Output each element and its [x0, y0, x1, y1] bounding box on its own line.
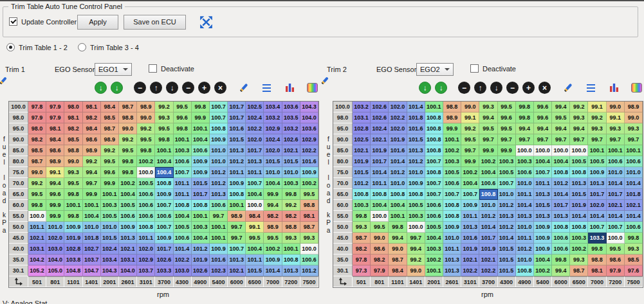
table-cell[interactable]: 101.3	[443, 265, 461, 276]
checkbox-mark[interactable]	[149, 64, 157, 73]
table-cell[interactable]: 102.0	[246, 134, 264, 145]
table-cell[interactable]: 99.6	[498, 112, 516, 123]
table-cell[interactable]: 101.1	[174, 189, 192, 200]
table-cell[interactable]: 99.1	[246, 222, 264, 233]
table-cell[interactable]: 102.0	[389, 102, 407, 112]
table-cell[interactable]: 99.3	[282, 233, 300, 244]
table-cell[interactable]: 100.0	[137, 167, 155, 178]
table-cell[interactable]: 104.3	[101, 265, 119, 276]
table-cell[interactable]: 98.7	[300, 222, 318, 233]
menu-list-icon[interactable]	[585, 82, 597, 94]
table-cell[interactable]: 100.8	[570, 222, 588, 233]
export-table-icon[interactable]: ↓	[111, 82, 123, 94]
col-header[interactable]: 1101	[64, 276, 82, 287]
table-cell[interactable]: 101.4	[625, 211, 643, 222]
table-cell[interactable]: 99.0	[389, 244, 407, 255]
table-cell[interactable]: 100.9	[192, 156, 210, 167]
table-cell[interactable]: 100.0	[570, 145, 588, 156]
table-cell[interactable]: 101.0	[210, 145, 228, 156]
col-header[interactable]: 801	[371, 276, 389, 287]
row-header[interactable]: 95.0	[9, 123, 28, 134]
table-cell[interactable]: 100.8	[137, 222, 155, 233]
table-cell[interactable]: 98.9	[625, 102, 643, 112]
col-header[interactable]: 501	[353, 276, 371, 287]
table-cell[interactable]: 98.5	[101, 112, 119, 123]
table-cell[interactable]: 101.0	[479, 200, 497, 211]
table-cell[interactable]: 99.9	[264, 189, 282, 200]
table-cell[interactable]: 100.7	[228, 244, 246, 255]
table-cell[interactable]: 100.6	[516, 167, 534, 178]
table-cell[interactable]: 101.9	[192, 255, 210, 265]
table-cell[interactable]: 100.9	[461, 200, 479, 211]
table-cell[interactable]: 101.4	[607, 211, 625, 222]
row-header[interactable]: 70.0	[333, 178, 353, 189]
col-header[interactable]: 7200	[282, 276, 300, 287]
table-cell[interactable]: 101.7	[552, 200, 570, 211]
table-cell[interactable]: 99.5	[300, 189, 318, 200]
table-cell[interactable]: 102.1	[607, 200, 625, 211]
table-cell[interactable]: 98.8	[443, 102, 461, 112]
col-header[interactable]: 7200	[607, 276, 625, 287]
table-cell[interactable]: 102.9	[300, 134, 318, 145]
table-cell[interactable]: 100.1	[625, 145, 643, 156]
table-cell[interactable]: 100.8	[425, 134, 443, 145]
col-header[interactable]: 3700	[479, 276, 497, 287]
table-cell[interactable]: 98.2	[282, 211, 300, 222]
table-cell[interactable]: 102.1	[625, 200, 643, 211]
bar-chart-icon[interactable]	[284, 82, 296, 94]
table-cell[interactable]: 100.5	[101, 211, 119, 222]
table-cell[interactable]: 99.0	[625, 112, 643, 123]
table-cell[interactable]: 100.0	[552, 145, 570, 156]
table-cell[interactable]: 99.5	[371, 222, 389, 233]
table-cell[interactable]: 98.0	[28, 123, 46, 134]
table-cell[interactable]: 100.8	[210, 123, 228, 134]
table-cell[interactable]: 99.4	[552, 265, 570, 276]
table-cell[interactable]: 100.5	[137, 178, 155, 189]
table-cell[interactable]: 99.5	[174, 102, 192, 112]
table-cell[interactable]: 101.2	[516, 244, 534, 255]
table-cell[interactable]: 100.8	[192, 200, 210, 211]
plus-icon[interactable]: +	[198, 82, 210, 94]
table-cell[interactable]: 101.2	[552, 178, 570, 189]
table-cell[interactable]: 99.9	[498, 145, 516, 156]
export-table-icon[interactable]: ↓	[435, 82, 447, 94]
table-cell[interactable]: 101.4	[479, 222, 497, 233]
table-cell[interactable]: 100.1	[607, 145, 625, 156]
table-cell[interactable]: 102.8	[64, 244, 82, 255]
table-cell[interactable]: 100.5	[425, 222, 443, 233]
table-cell[interactable]: 101.3	[119, 233, 137, 244]
table-cell[interactable]: 100.8	[425, 112, 443, 123]
table-cell[interactable]: 102.3	[210, 265, 228, 276]
table-cell[interactable]: 99.8	[64, 189, 82, 200]
table-cell[interactable]: 100.4	[246, 189, 264, 200]
plus-icon[interactable]: +	[522, 82, 535, 94]
row-header[interactable]: 60.0	[9, 200, 28, 211]
table-cell[interactable]: 101.7	[228, 112, 246, 123]
table-cell[interactable]: 101.3	[534, 211, 552, 222]
table-cell[interactable]: 101.1	[228, 167, 246, 178]
table-cell[interactable]: 101.4	[570, 211, 588, 222]
table-cell[interactable]: 101.2	[479, 211, 497, 222]
row-header[interactable]: 80.0	[333, 156, 353, 167]
table-cell[interactable]: 101.3	[588, 178, 606, 189]
table-cell[interactable]: 97.9	[46, 102, 64, 112]
table-cell[interactable]: 101.0	[407, 167, 425, 178]
table-cell[interactable]: 99.4	[552, 123, 570, 134]
table-cell[interactable]: 99.2	[282, 200, 300, 211]
table-cell[interactable]: 101.9	[64, 233, 82, 244]
table-cell[interactable]: 101.7	[607, 189, 625, 200]
table-cell[interactable]: 99.5	[155, 123, 173, 134]
table-cell[interactable]: 100.7	[425, 189, 443, 200]
table-cell[interactable]: 100.0	[407, 222, 425, 233]
table-cell[interactable]: 99.0	[461, 102, 479, 112]
table-cell[interactable]: 98.2	[264, 211, 282, 222]
col-header[interactable]: 5400	[210, 276, 228, 287]
table-cell[interactable]: 100.9	[534, 233, 552, 244]
table-cell[interactable]: 99.7	[588, 134, 606, 145]
table-cell[interactable]: 102.2	[246, 123, 264, 134]
minus-icon[interactable]: −	[506, 82, 519, 94]
decrement-icon[interactable]: ↓	[490, 82, 502, 94]
table-cell[interactable]: 100.7	[588, 222, 606, 233]
table-cell[interactable]: 100.7	[443, 189, 461, 200]
table-cell[interactable]: 100.9	[407, 178, 425, 189]
